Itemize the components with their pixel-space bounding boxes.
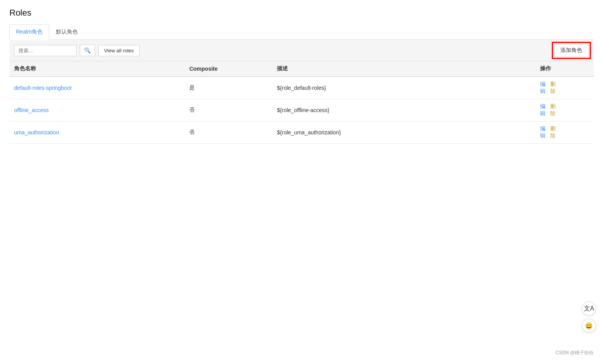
- col-header-name: 角色名称: [9, 61, 185, 77]
- edit-button[interactable]: 编辑: [540, 81, 546, 95]
- delete-button[interactable]: 删除: [550, 125, 556, 139]
- toolbar-right: 添加角色: [554, 44, 589, 57]
- role-actions: 编辑删除: [535, 121, 545, 143]
- table-row: offline_access否${role_offline-access}编辑删…: [9, 99, 594, 121]
- table-header: 角色名称 Composite 描述 操作: [9, 61, 594, 77]
- role-actions: 编辑删除: [535, 99, 545, 121]
- delete-button[interactable]: 删除: [550, 81, 556, 95]
- tab-default[interactable]: 默认角色: [49, 24, 84, 40]
- search-icon: 🔍: [84, 47, 91, 54]
- role-composite: 是: [185, 77, 272, 99]
- search-button[interactable]: 🔍: [80, 45, 95, 56]
- role-name-link[interactable]: offline_access: [14, 107, 48, 113]
- edit-button[interactable]: 编辑: [540, 125, 546, 139]
- role-composite: 否: [185, 121, 272, 144]
- col-header-composite: Composite: [185, 61, 272, 77]
- role-description: ${role_uma_authorization}: [272, 121, 535, 144]
- search-input[interactable]: [14, 45, 77, 56]
- translate-icon: 文A: [584, 305, 594, 313]
- chat-button[interactable]: 😀: [582, 319, 596, 333]
- roles-table: 角色名称 Composite 描述 操作 default-roles-sprin…: [9, 61, 594, 144]
- role-composite: 否: [185, 99, 272, 121]
- page-wrapper: Roles Realm角色 默认角色 🔍 View all roles 添加角色…: [0, 0, 603, 364]
- col-header-action: 操作: [535, 61, 594, 77]
- role-name-link[interactable]: default-roles-springboot: [14, 85, 72, 91]
- role-description: ${role_offline-access}: [272, 99, 535, 121]
- view-all-roles-button[interactable]: View all roles: [98, 45, 140, 56]
- delete-button[interactable]: 删除: [550, 103, 556, 117]
- table-body: default-roles-springboot是${role_default-…: [9, 77, 594, 144]
- role-description: ${role_default-roles}: [272, 77, 535, 99]
- toolbar-left: 🔍 View all roles: [14, 45, 140, 56]
- tab-realm[interactable]: Realm角色: [9, 24, 49, 40]
- tabs-container: Realm角色 默认角色: [9, 24, 594, 40]
- footer-brand: CSDN @桃子给给: [555, 350, 594, 356]
- role-name-link[interactable]: uma_authorization: [14, 129, 59, 136]
- add-role-button[interactable]: 添加角色: [554, 44, 589, 57]
- role-actions: 编辑删除: [535, 77, 545, 99]
- translate-button[interactable]: 文A: [582, 302, 596, 316]
- page-title: Roles: [9, 8, 594, 18]
- table-row: uma_authorization否${role_uma_authorizati…: [9, 121, 594, 144]
- chat-icon: 😀: [585, 322, 593, 330]
- floating-icons: 文A 😀: [582, 302, 596, 333]
- col-header-description: 描述: [272, 61, 535, 77]
- toolbar: 🔍 View all roles 添加角色: [9, 40, 594, 61]
- edit-button[interactable]: 编辑: [540, 103, 546, 117]
- table-row: default-roles-springboot是${role_default-…: [9, 77, 594, 99]
